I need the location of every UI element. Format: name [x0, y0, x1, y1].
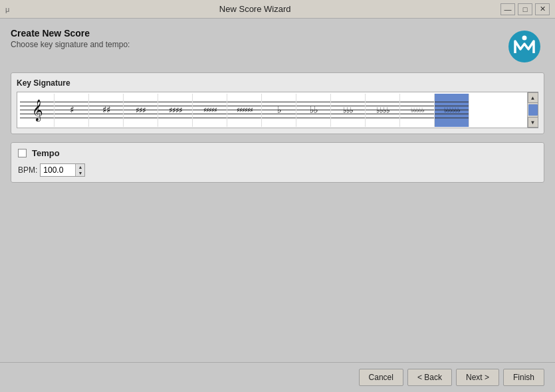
back-button[interactable]: < Back: [407, 369, 452, 386]
key-sig-item-g-major[interactable]: ♯: [55, 94, 89, 127]
key-sig-item-f-major[interactable]: ♭: [262, 94, 296, 127]
bpm-spinner[interactable]: ▲ ▼: [75, 164, 84, 176]
tempo-label[interactable]: Tempo: [32, 148, 60, 158]
bpm-increment-button[interactable]: ▲: [76, 164, 84, 170]
bpm-row: BPM: ▲ ▼: [18, 163, 537, 177]
key-sig-item-b-major[interactable]: ♯♯♯♯♯: [193, 94, 227, 127]
key-sig-item-fs-major[interactable]: ♯♯♯♯♯♯: [227, 94, 262, 127]
titlebar-title: New Score Wizard: [9, 4, 500, 14]
key-signature-scroll[interactable]: 𝄞♯♯♯♯♯♯♯♯♯♯♯♯♯♯♯♯♯♯♯♯♯♭♭♭♭♭♭♭♭♭♭♭♭♭♭♭♭♭♭…: [17, 92, 528, 128]
minimize-button[interactable]: —: [500, 3, 515, 15]
main-content: Create New Score Choose key signature an…: [0, 19, 555, 197]
key-sig-item-c-major[interactable]: 𝄞: [20, 94, 55, 127]
key-sig-item-d-major[interactable]: ♯♯: [89, 94, 124, 127]
finish-button[interactable]: Finish: [503, 369, 544, 386]
key-sig-item-ab-major[interactable]: ♭♭♭♭: [366, 94, 400, 127]
bottom-bar: Cancel < Back Next > Finish: [0, 362, 555, 392]
page-title: Create New Score: [11, 28, 130, 39]
bpm-input[interactable]: [41, 164, 75, 176]
key-signature-inner: 𝄞♯♯♯♯♯♯♯♯♯♯♯♯♯♯♯♯♯♯♯♯♯♭♭♭♭♭♭♭♭♭♭♭♭♭♭♭♭♭♭…: [17, 92, 472, 128]
key-sig-item-e-major[interactable]: ♯♯♯♯: [158, 94, 193, 127]
cancel-button[interactable]: Cancel: [359, 369, 403, 386]
titlebar: μ New Score Wizard — □ ✕: [0, 0, 555, 19]
bpm-decrement-button[interactable]: ▼: [76, 170, 84, 176]
key-signature-scrollbar[interactable]: ▲ ▼: [528, 92, 538, 128]
key-sig-item-eb-major[interactable]: ♭♭♭: [331, 94, 366, 127]
maximize-button[interactable]: □: [518, 3, 532, 15]
key-signature-title: Key Signature: [17, 78, 538, 88]
key-signature-container: 𝄞♯♯♯♯♯♯♯♯♯♯♯♯♯♯♯♯♯♯♯♯♯♭♭♭♭♭♭♭♭♭♭♭♭♭♭♭♭♭♭…: [17, 92, 538, 128]
close-button[interactable]: ✕: [535, 3, 550, 15]
key-sig-item-db-major[interactable]: ♭♭♭♭♭: [400, 94, 435, 127]
bpm-label: BPM:: [18, 165, 37, 175]
bpm-input-wrap[interactable]: ▲ ▼: [40, 163, 85, 177]
scroll-up-arrow[interactable]: ▲: [528, 92, 538, 103]
header-text: Create New Score Choose key signature an…: [11, 28, 130, 49]
tempo-checkbox[interactable]: [18, 149, 27, 157]
scroll-down-arrow[interactable]: ▼: [528, 117, 538, 128]
key-sig-item-bb-major[interactable]: ♭♭: [296, 94, 331, 127]
page-header: Create New Score Choose key signature an…: [11, 28, 544, 64]
next-button[interactable]: Next >: [456, 369, 499, 386]
key-sig-item-a-major[interactable]: ♯♯♯: [124, 94, 158, 127]
titlebar-controls[interactable]: — □ ✕: [500, 3, 550, 15]
musescore-logo: [504, 28, 544, 64]
scroll-thumb[interactable]: [528, 104, 538, 116]
tempo-section: Tempo BPM: ▲ ▼: [11, 142, 544, 183]
key-sig-item-gb-major[interactable]: ♭♭♭♭♭♭: [435, 94, 469, 127]
tempo-header: Tempo: [18, 148, 537, 158]
svg-point-0: [508, 31, 540, 62]
logo-svg: [507, 29, 542, 64]
svg-point-1: [522, 35, 527, 40]
key-signature-section: Key Signature 𝄞♯♯♯♯♯♯♯♯♯♯♯♯♯♯♯♯♯♯♯♯♯♭♭♭♭…: [11, 72, 544, 134]
page-subtitle: Choose key signature and tempo:: [11, 40, 130, 49]
